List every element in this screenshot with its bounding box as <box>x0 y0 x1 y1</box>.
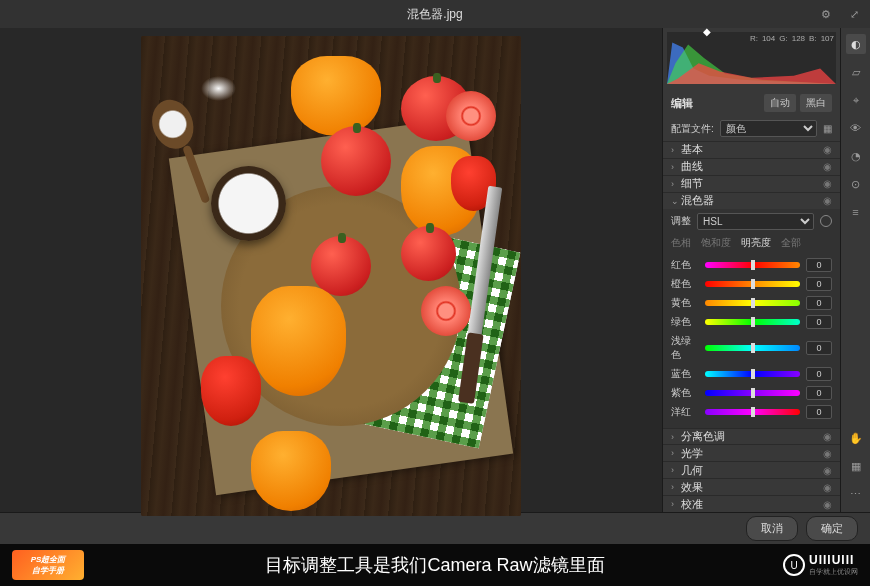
eye-icon[interactable]: ◉ <box>823 499 832 510</box>
more-tool-icon[interactable]: ⋯ <box>846 484 866 504</box>
slider-label: 紫色 <box>671 386 699 400</box>
section-calibration[interactable]: ›校准◉ <box>663 495 840 512</box>
preview-image <box>141 36 521 516</box>
slider-value[interactable]: 0 <box>806 367 832 381</box>
hsl-slider[interactable] <box>705 371 800 377</box>
profile-label: 配置文件: <box>671 122 714 136</box>
slider-value[interactable]: 0 <box>806 405 832 419</box>
eye-icon[interactable]: ◉ <box>823 195 832 206</box>
document-title: 混色器.jpg <box>407 6 462 23</box>
tool-strip: ◐ ▱ ⌖ 👁 ◔ ⊙ ≡ ✋ ▦ ⋯ <box>840 28 870 512</box>
slider-value[interactable]: 0 <box>806 277 832 291</box>
slider-value[interactable]: 0 <box>806 258 832 272</box>
presets-tool-icon[interactable]: ≡ <box>846 202 866 222</box>
adjust-select[interactable]: HSL <box>697 213 814 230</box>
cancel-button[interactable]: 取消 <box>746 516 798 541</box>
tab-hue[interactable]: 色相 <box>671 236 691 250</box>
hsl-slider[interactable] <box>705 409 800 415</box>
eye-icon[interactable]: ◉ <box>823 144 832 155</box>
auto-button[interactable]: 自动 <box>764 94 796 112</box>
hsl-slider[interactable] <box>705 300 800 306</box>
hsl-slider[interactable] <box>705 262 800 268</box>
settings-icon[interactable]: ⚙ <box>818 6 834 22</box>
eye-tool-icon[interactable]: 👁 <box>846 118 866 138</box>
edit-panel: ◆ R:104 G:128 B:107 编辑 自动 黑白 配置文件: <box>662 28 840 512</box>
hand-tool-icon[interactable]: ✋ <box>846 428 866 448</box>
section-curve[interactable]: ›曲线◉ <box>663 158 840 175</box>
adjust-label: 调整 <box>671 214 691 228</box>
course-badge: PS超全面 自学手册 <box>12 550 84 580</box>
eye-icon[interactable]: ◉ <box>823 178 832 189</box>
tab-luminance[interactable]: 明亮度 <box>741 236 771 250</box>
section-split-toning[interactable]: ›分离色调◉ <box>663 428 840 445</box>
section-effects[interactable]: ›效果◉ <box>663 478 840 495</box>
hsl-slider[interactable] <box>705 281 800 287</box>
eye-icon[interactable]: ◉ <box>823 431 832 442</box>
subtitle-bar: PS超全面 自学手册 目标调整工具是我们Camera Raw滤镜里面 U UII… <box>0 544 870 586</box>
crop-tool-icon[interactable]: ▱ <box>846 62 866 82</box>
slider-value[interactable]: 0 <box>806 341 832 355</box>
hsl-slider[interactable] <box>705 345 800 351</box>
slider-label: 绿色 <box>671 315 699 329</box>
mask-tool-icon[interactable]: ◔ <box>846 146 866 166</box>
eye-icon[interactable]: ◉ <box>823 161 832 172</box>
edit-title: 编辑 <box>671 96 760 111</box>
subtitle-text: 目标调整工具是我们Camera Raw滤镜里面 <box>0 553 870 577</box>
section-geometry[interactable]: ›几何◉ <box>663 461 840 478</box>
logo-icon: U <box>783 554 805 576</box>
grid-tool-icon[interactable]: ▦ <box>846 456 866 476</box>
profile-select[interactable]: 颜色 <box>720 120 817 137</box>
bw-button[interactable]: 黑白 <box>800 94 832 112</box>
section-mixer[interactable]: ⌄混色器◉ <box>663 192 840 209</box>
slider-label: 橙色 <box>671 277 699 291</box>
fullscreen-icon[interactable]: ⤢ <box>846 6 862 22</box>
profile-browser-icon[interactable]: ▦ <box>823 123 832 134</box>
histogram-marker-icon: ◆ <box>703 26 711 37</box>
histogram[interactable]: ◆ R:104 G:128 B:107 <box>663 28 840 90</box>
slider-label: 蓝色 <box>671 367 699 381</box>
redeye-tool-icon[interactable]: ⊙ <box>846 174 866 194</box>
mixer-panel: 调整 HSL 色相 饱和度 明亮度 全部 红色0橙色0黄色0绿色0浅绿色0蓝色0… <box>663 209 840 428</box>
slider-value[interactable]: 0 <box>806 296 832 310</box>
ok-button[interactable]: 确定 <box>806 516 858 541</box>
slider-value[interactable]: 0 <box>806 386 832 400</box>
eye-icon[interactable]: ◉ <box>823 448 832 459</box>
action-bar: 取消 确定 <box>0 512 870 544</box>
slider-value[interactable]: 0 <box>806 315 832 329</box>
target-adjust-icon[interactable] <box>820 215 832 227</box>
tab-saturation[interactable]: 饱和度 <box>701 236 731 250</box>
brand-logo: U UIIIUIII 自学就上优设网 <box>783 553 858 577</box>
slider-label: 洋红 <box>671 405 699 419</box>
slider-label: 黄色 <box>671 296 699 310</box>
section-basic[interactable]: ›基本◉ <box>663 141 840 158</box>
hsl-slider[interactable] <box>705 390 800 396</box>
slider-label: 红色 <box>671 258 699 272</box>
spot-heal-tool-icon[interactable]: ⌖ <box>846 90 866 110</box>
tab-all[interactable]: 全部 <box>781 236 801 250</box>
eye-icon[interactable]: ◉ <box>823 465 832 476</box>
eye-icon[interactable]: ◉ <box>823 482 832 493</box>
edit-tool-icon[interactable]: ◐ <box>846 34 866 54</box>
titlebar: 混色器.jpg ⚙ ⤢ <box>0 0 870 28</box>
section-detail[interactable]: ›细节◉ <box>663 175 840 192</box>
canvas[interactable] <box>0 28 662 524</box>
slider-label: 浅绿色 <box>671 334 699 362</box>
section-optics[interactable]: ›光学◉ <box>663 444 840 461</box>
hsl-slider[interactable] <box>705 319 800 325</box>
